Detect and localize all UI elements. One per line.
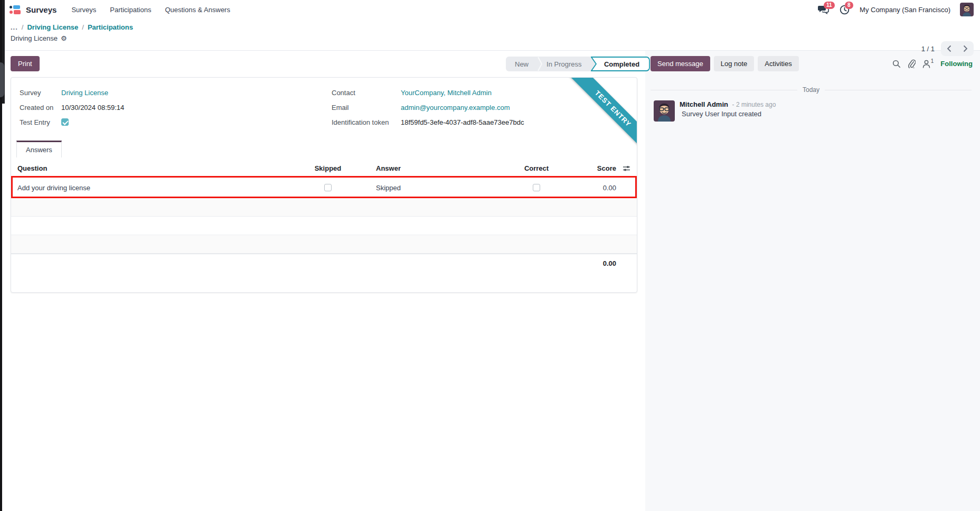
answers-table-header: Question Skipped Answer Correct Score xyxy=(11,159,637,178)
table-row-empty xyxy=(11,235,637,254)
actions-gear-icon[interactable]: ⚙ xyxy=(61,34,67,42)
survey-field-value[interactable]: Driving License xyxy=(61,89,108,97)
logo-dot xyxy=(10,6,12,8)
record-title-row: Driving License ⚙ xyxy=(11,34,67,42)
message-avatar[interactable] xyxy=(654,100,675,122)
token-field-value: 18f59fd5-3efe-4037-adf8-5aae73ee7bdc xyxy=(401,118,524,126)
followers-button[interactable]: 1 xyxy=(922,60,934,68)
test-entry-field-label: Test Entry xyxy=(20,118,61,126)
breadcrumb-participations[interactable]: Participations xyxy=(88,23,133,31)
header-answer[interactable]: Answer xyxy=(355,164,514,172)
messages-icon[interactable]: 11 xyxy=(817,4,829,15)
skipped-checkbox[interactable] xyxy=(324,184,332,191)
stage-completed[interactable]: Completed xyxy=(591,57,650,71)
messages-badge: 11 xyxy=(824,2,835,9)
created-on-field-value: 10/30/2024 08:59:14 xyxy=(61,104,124,112)
stage-separator xyxy=(538,57,542,71)
search-messages-button[interactable] xyxy=(892,60,901,68)
chevron-left-icon xyxy=(947,45,951,52)
created-on-field-label: Created on xyxy=(20,104,61,112)
header-question[interactable]: Question xyxy=(11,164,300,172)
attachments-button[interactable] xyxy=(908,59,916,68)
table-row-empty xyxy=(11,217,637,235)
menu-participations[interactable]: Participations xyxy=(110,6,151,14)
breadcrumb-collapsed[interactable]: ... xyxy=(11,23,18,31)
chatter-buttons: Send message Log note Activities xyxy=(651,56,799,71)
stage-in-progress[interactable]: In Progress xyxy=(542,57,590,71)
breadcrumb-separator: / xyxy=(22,23,24,31)
avatar-image xyxy=(654,100,675,122)
header-correct[interactable]: Correct xyxy=(514,164,559,172)
cell-question: Add your driving license xyxy=(11,184,300,192)
avatar-image xyxy=(960,3,974,16)
menu-surveys[interactable]: Surveys xyxy=(71,6,96,14)
logo-bar xyxy=(13,5,20,9)
breadcrumb-driving-license[interactable]: Driving License xyxy=(27,23,78,31)
breadcrumb-separator: / xyxy=(82,23,84,31)
person-icon xyxy=(922,60,930,68)
send-message-button[interactable]: Send message xyxy=(651,56,710,71)
user-avatar[interactable] xyxy=(960,3,974,16)
activities-button[interactable]: Activities xyxy=(758,56,798,71)
topbar-right: 11 8 My Company (San Francisco) xyxy=(817,0,974,19)
follower-count: 1 xyxy=(931,58,934,64)
test-entry-ribbon: TEST ENTRY xyxy=(564,77,637,157)
form-right-fields: Contact YourCompany, Mitchell Admin Emai… xyxy=(332,85,524,129)
sliders-icon xyxy=(623,165,630,172)
control-panel: ... / Driving License / Participations D… xyxy=(0,19,980,51)
activities-icon[interactable]: 8 xyxy=(838,4,850,15)
tab-answers[interactable]: Answers xyxy=(16,141,62,157)
app-brand[interactable]: Surveys xyxy=(26,5,56,14)
date-divider: Today xyxy=(651,86,972,94)
table-row-question[interactable]: Add your driving license Skipped 0.00 xyxy=(11,178,637,198)
breadcrumb: ... / Driving License / Participations xyxy=(11,23,133,31)
print-button[interactable]: Print xyxy=(11,56,40,71)
top-navbar: Surveys Surveys Participations Questions… xyxy=(0,0,980,19)
header-score[interactable]: Score xyxy=(559,164,616,172)
pager-previous-button[interactable] xyxy=(941,41,957,56)
log-note-button[interactable]: Log note xyxy=(714,56,755,71)
cell-answer: Skipped xyxy=(355,184,514,192)
contact-field-value[interactable]: YourCompany, Mitchell Admin xyxy=(401,89,492,97)
test-entry-checkbox[interactable] xyxy=(61,118,69,126)
optional-columns-icon[interactable] xyxy=(616,165,637,172)
chatter-message: Mitchell Admin - 2 minutes ago Survey Us… xyxy=(654,100,776,122)
form-left-fields: Survey Driving License Created on 10/30/… xyxy=(20,85,124,129)
message-body: Survey User Input created xyxy=(680,110,776,118)
table-row-empty xyxy=(11,198,637,217)
activities-badge: 8 xyxy=(845,2,853,9)
pager-buttons xyxy=(941,41,974,56)
main-menus: Surveys Participations Questions & Answe… xyxy=(71,6,230,14)
contact-field-label: Contact xyxy=(332,89,401,97)
message-author[interactable]: Mitchell Admin xyxy=(680,100,728,108)
search-icon xyxy=(892,60,901,68)
pager: 1 / 1 xyxy=(921,41,974,56)
header-skipped[interactable]: Skipped xyxy=(300,164,355,172)
correct-checkbox[interactable] xyxy=(533,184,540,191)
email-field-value[interactable]: admin@yourcompany.example.com xyxy=(401,104,510,112)
stage-new[interactable]: New xyxy=(506,57,538,71)
token-field-label: Identification token xyxy=(332,118,401,126)
stage-statusbar: New In Progress Completed xyxy=(506,57,650,71)
logo-dot xyxy=(10,11,13,14)
company-switcher[interactable]: My Company (San Francisco) xyxy=(860,6,950,14)
cell-score: 0.00 xyxy=(559,184,616,192)
email-field-label: Email xyxy=(332,104,401,112)
survey-field-label: Survey xyxy=(20,89,61,97)
pager-next-button[interactable] xyxy=(957,41,974,56)
following-toggle[interactable]: Following xyxy=(940,60,973,68)
pager-value: 1 / 1 xyxy=(921,45,935,53)
page-title: Driving License xyxy=(11,34,58,42)
message-time: - 2 minutes ago xyxy=(732,101,776,108)
form-sheet: TEST ENTRY Survey Driving License Create… xyxy=(11,77,637,293)
message-content: Mitchell Admin - 2 minutes ago Survey Us… xyxy=(680,100,776,122)
total-score: 0.00 xyxy=(559,259,616,267)
chevron-right-icon xyxy=(963,45,968,52)
apps-menu-icon[interactable] xyxy=(10,4,21,15)
table-total-row: 0.00 xyxy=(11,254,637,272)
paperclip-icon xyxy=(908,59,916,68)
answers-table: Question Skipped Answer Correct Score Ad… xyxy=(11,159,637,272)
logo-bar xyxy=(14,10,21,14)
menu-questions-answers[interactable]: Questions & Answers xyxy=(165,6,230,14)
stage-completed-label: Completed xyxy=(591,57,650,71)
